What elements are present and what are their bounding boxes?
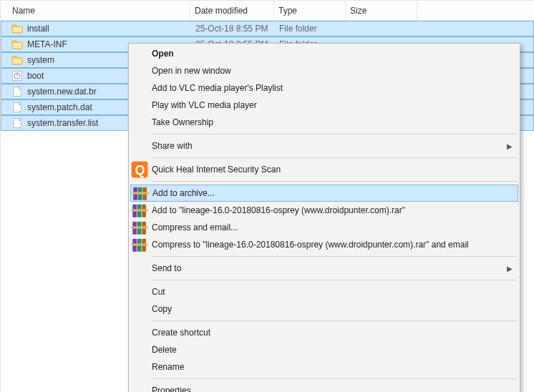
menu-cut[interactable]: Cut: [130, 283, 518, 300]
file-type: File folder: [275, 21, 346, 36]
menu-label: Add to archive...: [150, 188, 512, 198]
blank-icon: [130, 114, 149, 131]
blank-icon: [130, 341, 149, 358]
menu-separator: [152, 134, 517, 134]
column-header-date[interactable]: Date modified: [190, 1, 274, 20]
menu-label: Add to VLC media player's Playlist: [149, 83, 513, 93]
menu-copy[interactable]: Copy: [130, 300, 518, 318]
blank-icon: [130, 283, 149, 300]
winrar-icon: [130, 236, 149, 253]
column-header-type[interactable]: Type: [274, 1, 346, 20]
winrar-icon: [131, 185, 150, 201]
menu-label: Rename: [149, 362, 513, 372]
blank-icon: [130, 79, 149, 97]
menu-label: Delete: [149, 345, 513, 355]
menu-vlc-play[interactable]: Play with VLC media player: [130, 97, 518, 114]
menu-label: Compress to "lineage-16.0-20180816-ospre…: [149, 240, 513, 250]
blank-icon: [130, 382, 149, 392]
menu-label: Compress and email...: [149, 222, 513, 232]
menu-vlc-add[interactable]: Add to VLC media player's Playlist: [130, 79, 518, 97]
menu-open-new-window[interactable]: Open in new window: [130, 62, 518, 79]
winrar-icon: [130, 219, 149, 236]
file-name: system.patch.dat: [27, 102, 92, 112]
blank-icon: [130, 45, 149, 62]
menu-label: Play with VLC media player: [149, 100, 513, 110]
menu-label: Add to "lineage-16.0-20180816-osprey (ww…: [149, 205, 513, 215]
menu-open[interactable]: Open: [130, 45, 518, 62]
file-date: 25-Oct-18 8:55 PM: [191, 21, 275, 36]
file-size: [346, 21, 418, 36]
disc-icon: [11, 70, 23, 82]
menu-label: Take Ownership: [149, 117, 513, 127]
menu-send-to[interactable]: Send to ▶: [130, 260, 518, 277]
menu-separator: [152, 280, 517, 280]
file-name: boot: [27, 71, 44, 81]
file-icon: [11, 86, 23, 97]
menu-quickheal-scan[interactable]: Q Quick Heal Internet Security Scan: [130, 161, 518, 178]
menu-separator: [152, 256, 517, 257]
menu-label: Properties: [149, 386, 513, 392]
quickheal-icon: Q: [130, 161, 149, 178]
svg-rect-5: [12, 58, 22, 64]
menu-label: Share with: [149, 141, 504, 151]
svg-text:Q: Q: [135, 163, 145, 177]
menu-properties[interactable]: Properties: [130, 382, 518, 392]
column-header-name[interactable]: Name: [1, 1, 190, 20]
menu-create-shortcut[interactable]: Create shortcut: [130, 324, 518, 341]
menu-delete[interactable]: Delete: [130, 341, 518, 358]
svg-rect-24: [132, 209, 148, 211]
blank-icon: [130, 358, 149, 376]
folder-icon: [11, 54, 23, 66]
column-header-row: Name Date modified Type Size: [1, 1, 534, 21]
menu-separator: [152, 181, 517, 182]
menu-separator: [152, 320, 517, 321]
svg-rect-1: [12, 26, 22, 33]
file-name: system.transfer.list: [27, 118, 98, 128]
file-icon: [11, 102, 23, 113]
file-name: system: [27, 55, 54, 65]
svg-rect-3: [12, 42, 22, 49]
file-row[interactable]: install 25-Oct-18 8:55 PM File folder: [1, 21, 534, 36]
menu-label: Open: [149, 49, 513, 59]
menu-compress-named-email[interactable]: Compress to "lineage-16.0-20180816-ospre…: [130, 236, 518, 253]
menu-rename[interactable]: Rename: [130, 358, 518, 376]
file-icon: [11, 117, 23, 129]
folder-icon: [11, 23, 23, 34]
folder-icon: [11, 39, 23, 50]
submenu-arrow-icon: ▶: [504, 142, 513, 150]
winrar-icon: [130, 202, 149, 219]
svg-rect-28: [132, 226, 148, 228]
menu-share-with[interactable]: Share with ▶: [130, 137, 518, 155]
blank-icon: [130, 97, 149, 114]
blank-icon: [130, 260, 149, 277]
submenu-arrow-icon: ▶: [504, 265, 513, 273]
menu-label: Send to: [149, 263, 504, 273]
menu-label: Copy: [149, 304, 513, 314]
blank-icon: [130, 324, 149, 341]
context-menu: Open Open in new window Add to VLC media…: [128, 43, 520, 392]
menu-compress-email[interactable]: Compress and email...: [130, 219, 518, 236]
svg-rect-32: [132, 243, 148, 245]
menu-label: Cut: [149, 287, 513, 297]
menu-take-ownership[interactable]: Take Ownership: [130, 114, 518, 131]
blank-icon: [130, 137, 149, 155]
column-header-size[interactable]: Size: [346, 1, 417, 20]
menu-label: Quick Heal Internet Security Scan: [149, 165, 513, 175]
menu-add-to-archive[interactable]: Add to archive...: [130, 185, 518, 202]
menu-add-to-named-rar[interactable]: Add to "lineage-16.0-20180816-osprey (ww…: [130, 202, 518, 219]
menu-label: Create shortcut: [149, 328, 513, 338]
menu-separator: [152, 378, 517, 379]
file-name: system.new.dat.br: [27, 87, 97, 97]
menu-label: Open in new window: [149, 66, 513, 76]
menu-separator: [152, 157, 517, 158]
blank-icon: [130, 62, 149, 79]
svg-rect-20: [132, 192, 149, 194]
file-name: install: [27, 24, 49, 34]
file-name: META-INF: [27, 39, 67, 49]
blank-icon: [130, 300, 149, 318]
